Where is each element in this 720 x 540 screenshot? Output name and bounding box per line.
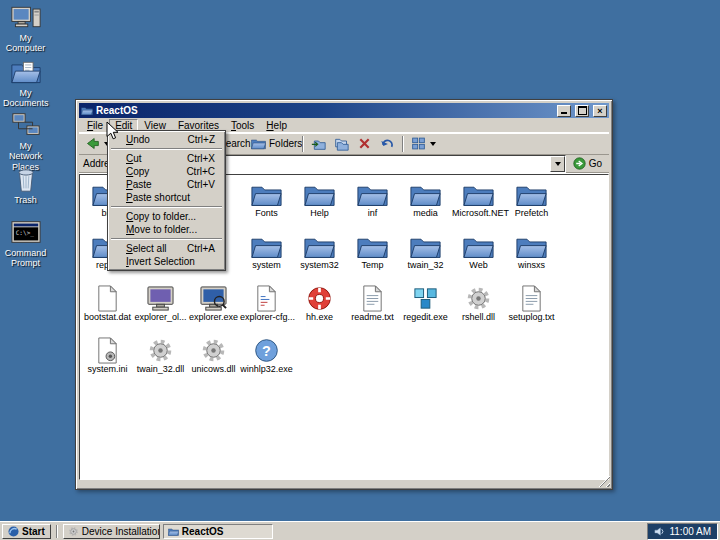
views-button[interactable]	[407, 134, 440, 153]
text-document-icon	[357, 285, 388, 312]
folder-item[interactable]: system32	[293, 233, 346, 285]
file-item[interactable]: rshell.dll	[452, 285, 505, 337]
start-button[interactable]: Start	[2, 524, 51, 539]
file-item[interactable]: winhlp32.exe	[240, 337, 293, 389]
file-item[interactable]: system.ini	[81, 337, 134, 389]
folder-icon	[357, 181, 388, 208]
folder-item[interactable]: Help	[293, 181, 346, 233]
speaker-icon[interactable]	[654, 526, 665, 537]
folder-icon	[251, 233, 282, 260]
folder-icon	[251, 181, 282, 208]
delete-icon	[357, 136, 372, 151]
application-icon	[145, 285, 176, 312]
menu-separator	[111, 238, 222, 240]
text-document-icon	[516, 285, 547, 312]
dll-gear-icon	[145, 337, 176, 364]
undo-button[interactable]	[376, 134, 399, 153]
taskbar-clock[interactable]: 11:00 AM	[669, 526, 711, 537]
toolbar-separator	[402, 136, 404, 152]
undo-icon	[380, 136, 395, 151]
folder-item[interactable]: winsxs	[505, 233, 558, 285]
desktop-icon-my-documents[interactable]: My Documents	[3, 57, 48, 109]
dll-gear-icon	[463, 285, 494, 312]
file-item[interactable]: unicows.dll	[187, 337, 240, 389]
folder-item[interactable]: media	[399, 181, 452, 233]
application-icon	[198, 285, 229, 312]
menu-tools[interactable]: Tools	[225, 120, 260, 132]
trash-icon	[11, 164, 41, 194]
file-item[interactable]: explorer-cfg...	[240, 285, 293, 337]
menu-item-copy-to-folder[interactable]: Copy to folder...	[110, 210, 223, 223]
file-item[interactable]: regedit.exe	[399, 285, 452, 337]
file-item[interactable]: twain_32.dll	[134, 337, 187, 389]
chevron-down-icon	[555, 162, 561, 166]
menu-item-undo[interactable]: Undo Ctrl+Z	[110, 133, 223, 146]
file-item[interactable]: explorer_ol...	[134, 285, 187, 337]
folder-icon	[357, 233, 388, 260]
menu-item-move-to-folder[interactable]: Move to folder...	[110, 223, 223, 236]
file-item[interactable]: explorer.exe	[187, 285, 240, 337]
folder-icon	[463, 233, 494, 260]
folder-item[interactable]: Prefetch	[505, 181, 558, 233]
taskbar: Start Device Installation ReactOS 11:00 …	[0, 521, 720, 540]
folder-item[interactable]: Microsoft.NET	[452, 181, 505, 233]
file-item[interactable]: readme.txt	[346, 285, 399, 337]
folder-icon	[410, 233, 441, 260]
help-lifebuoy-icon	[304, 285, 335, 312]
desktop-icon-label: My Documents	[3, 88, 48, 109]
window-title: ReactOS	[96, 106, 553, 116]
start-button-label: Start	[22, 526, 45, 537]
close-button[interactable]: ×	[593, 105, 607, 117]
network-icon	[11, 110, 41, 140]
file-item[interactable]: hh.exe	[293, 285, 346, 337]
delete-button[interactable]	[353, 134, 376, 153]
folder-item[interactable]: Web	[452, 233, 505, 285]
go-button[interactable]: Go	[570, 157, 605, 170]
desktop-icon-command-prompt[interactable]: Command Prompt	[3, 217, 48, 269]
desktop-icon-label: My Computer	[3, 33, 48, 54]
menu-item-paste-shortcut[interactable]: Paste shortcut	[110, 191, 223, 204]
back-icon	[85, 136, 100, 151]
go-icon	[573, 157, 586, 170]
folder-item[interactable]: system	[240, 233, 293, 285]
desktop-icon-my-computer[interactable]: My Computer	[3, 2, 48, 54]
folder-icon	[304, 181, 335, 208]
folder-item[interactable]: twain_32	[399, 233, 452, 285]
explorer-window: ReactOS × File Edit View Favorites Tools…	[75, 99, 613, 490]
folder-item[interactable]: Fonts	[240, 181, 293, 233]
copy-to-button[interactable]	[330, 134, 353, 153]
folder-item[interactable]: Temp	[346, 233, 399, 285]
reactos-logo-icon	[8, 526, 19, 537]
menu-item-paste[interactable]: Paste Ctrl+V	[110, 178, 223, 191]
move-to-icon	[311, 136, 326, 151]
folder-item[interactable]: inf	[346, 181, 399, 233]
folders-button-label: Folders	[269, 138, 302, 149]
minimize-button[interactable]	[557, 105, 571, 117]
folders-icon	[251, 136, 266, 151]
menu-help[interactable]: Help	[260, 120, 293, 132]
desktop-icon-my-network-places[interactable]: My Network Places	[3, 110, 48, 172]
task-label: Device Installation	[82, 526, 160, 537]
address-dropdown-button[interactable]	[550, 156, 565, 172]
menu-item-cut[interactable]: Cut Ctrl+X	[110, 152, 223, 165]
folders-button[interactable]: Folders	[247, 134, 299, 153]
folder-icon	[168, 526, 179, 537]
document-icon	[92, 285, 123, 312]
file-item[interactable]: bootstat.dat	[81, 285, 134, 337]
desktop-icon-label: Trash	[3, 195, 48, 205]
folder-icon	[410, 181, 441, 208]
menu-item-select-all[interactable]: Select all Ctrl+A	[110, 242, 223, 255]
task-device-installation[interactable]: Device Installation	[63, 524, 160, 539]
help-question-icon	[251, 337, 282, 364]
my-computer-icon	[11, 2, 41, 32]
menu-file[interactable]: File	[81, 120, 109, 132]
menu-item-copy[interactable]: Copy Ctrl+C	[110, 165, 223, 178]
title-bar[interactable]: ReactOS ×	[79, 103, 609, 118]
move-to-button[interactable]	[307, 134, 330, 153]
maximize-button[interactable]	[575, 105, 589, 117]
task-reactos[interactable]: ReactOS	[163, 524, 273, 539]
desktop-icon-trash[interactable]: Trash	[3, 164, 48, 205]
file-item[interactable]: setuplog.txt	[505, 285, 558, 337]
menu-item-invert-selection[interactable]: Invert Selection	[110, 255, 223, 268]
dll-gear-icon	[198, 337, 229, 364]
